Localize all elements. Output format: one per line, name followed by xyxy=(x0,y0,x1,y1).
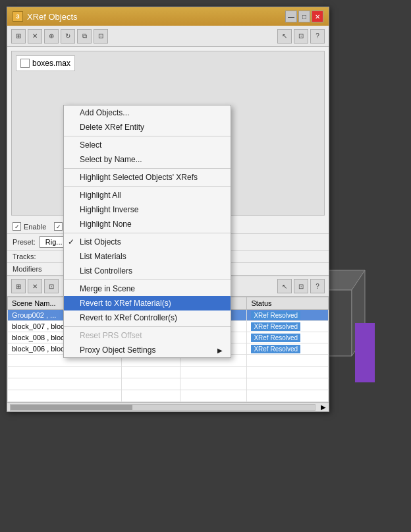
menu-label-revert-controller: Revert to XRef Controller(s) xyxy=(80,313,177,322)
file-item[interactable]: boxes.max xyxy=(16,55,75,71)
empty-cell xyxy=(8,378,122,390)
region-select-button-2[interactable]: ⊡ xyxy=(294,279,308,293)
minimize-button[interactable]: — xyxy=(285,11,297,22)
menu-separator-sep3 xyxy=(64,186,231,187)
menu-separator-sep6 xyxy=(64,326,231,327)
dialog-title: XRef Objects xyxy=(27,12,78,22)
file-name: boxes.max xyxy=(32,59,70,68)
duplicate-button[interactable]: ⧉ xyxy=(77,29,92,44)
open-button[interactable]: ⊞ xyxy=(11,29,26,44)
title-controls: — □ ✕ xyxy=(285,11,323,22)
menu-checkmark: ✓ xyxy=(68,237,74,247)
menu-item-highlight-selected[interactable]: Highlight Selected Objects' XRefs xyxy=(64,170,231,185)
context-menu: Add Objects...Delete XRef EntitySelectSe… xyxy=(63,105,231,358)
purple-object xyxy=(355,323,375,382)
empty-cell xyxy=(180,390,247,402)
menu-item-reset-prs: Reset PRS Offset xyxy=(64,328,231,343)
menu-label-list-objects: List Objects xyxy=(80,237,121,247)
menu-item-delete-xref[interactable]: Delete XRef Entity xyxy=(64,120,231,134)
close-file-button[interactable]: ✕ xyxy=(28,29,42,44)
menu-label-delete-xref: Delete XRef Entity xyxy=(80,123,144,132)
region-select-button[interactable]: ⊡ xyxy=(294,29,308,44)
menu-separator-sep2 xyxy=(64,168,231,169)
scroll-right-arrow[interactable]: ▶ xyxy=(318,403,329,411)
match-checkbox[interactable] xyxy=(54,222,63,231)
empty-cell xyxy=(121,390,180,402)
menu-item-list-controllers[interactable]: List Controllers xyxy=(64,264,231,278)
title-bar-left: 3 XRef Objects xyxy=(13,11,78,22)
close-button[interactable]: ✕ xyxy=(312,11,323,22)
menu-label-select: Select xyxy=(80,140,101,150)
menu-item-list-materials[interactable]: List Materials xyxy=(64,249,231,264)
table-cell-status-0: XRef Resolved xyxy=(247,310,329,321)
menu-separator-sep5 xyxy=(64,280,231,280)
menu-item-proxy-settings[interactable]: Proxy Object Settings▶ xyxy=(64,343,231,357)
empty-cell xyxy=(247,378,329,390)
empty-cell xyxy=(180,378,247,390)
menu-submenu-arrow: ▶ xyxy=(217,347,223,354)
table-row-empty xyxy=(8,378,329,390)
table-cell-status-2: XRef Resolved xyxy=(247,332,329,343)
enable-checkbox[interactable] xyxy=(13,222,21,231)
table-row-empty xyxy=(8,367,329,378)
table-cell-status-1: XRef Resolved xyxy=(247,321,329,332)
scrollbar-row: ▶ xyxy=(7,402,329,411)
menu-label-highlight-none: Highlight None xyxy=(80,220,132,229)
menu-label-proxy-settings: Proxy Object Settings xyxy=(80,345,155,355)
menu-item-highlight-inverse[interactable]: Highlight Inverse xyxy=(64,202,231,217)
menu-item-merge-in-scene[interactable]: Merge in Scene xyxy=(64,281,231,296)
table-row-empty xyxy=(8,390,329,402)
menu-label-highlight-all: Highlight All xyxy=(80,191,121,200)
menu-item-revert-controller[interactable]: Revert to XRef Controller(s) xyxy=(64,310,231,325)
help-button[interactable]: ? xyxy=(310,29,325,44)
empty-cell xyxy=(247,367,329,378)
menu-label-add-objects: Add Objects... xyxy=(80,108,129,117)
empty-cell xyxy=(247,355,329,367)
menu-item-add-objects[interactable]: Add Objects... xyxy=(64,105,231,120)
xref-objects-dialog: 3 XRef Objects — □ ✕ ⊞ ✕ ⊕ ↻ ⧉ ⊡ ↖ ⊡ ? xyxy=(7,7,329,412)
tracks-label: Tracks: xyxy=(13,252,36,260)
empty-cell xyxy=(8,367,122,378)
close-button-2[interactable]: ✕ xyxy=(28,279,42,293)
menu-item-highlight-none[interactable]: Highlight None xyxy=(64,217,231,231)
select-tool-button-2[interactable]: ↖ xyxy=(277,279,292,293)
empty-cell xyxy=(121,367,180,378)
menu-label-list-materials: List Materials xyxy=(80,252,126,261)
menu-item-highlight-all[interactable]: Highlight All xyxy=(64,188,231,202)
menu-label-select-by-name: Select by Name... xyxy=(80,155,142,164)
file-icon xyxy=(20,59,30,68)
menu-label-highlight-selected: Highlight Selected Objects' XRefs xyxy=(80,173,198,182)
add-button[interactable]: ⊕ xyxy=(44,29,59,44)
menu-item-select[interactable]: Select xyxy=(64,138,231,152)
enable-label: Enable xyxy=(24,223,46,231)
empty-cell xyxy=(247,390,329,402)
menu-label-highlight-inverse: Highlight Inverse xyxy=(80,205,138,214)
scrollbar-thumb[interactable] xyxy=(11,405,132,410)
empty-cell xyxy=(180,367,247,378)
settings-button-2[interactable]: ⊡ xyxy=(44,279,59,293)
maximize-button[interactable]: □ xyxy=(298,11,310,22)
menu-item-select-by-name[interactable]: Select by Name... xyxy=(64,152,231,167)
col-status: Status xyxy=(247,297,329,310)
preset-label: Preset: xyxy=(13,238,36,246)
menu-separator-sep4 xyxy=(64,233,231,233)
help-button-2[interactable]: ? xyxy=(310,279,325,293)
scrollbar-track[interactable] xyxy=(10,404,315,411)
menu-separator-sep1 xyxy=(64,136,231,136)
menu-item-list-objects[interactable]: ✓List Objects xyxy=(64,235,231,249)
menu-label-revert-material: Revert to XRef Material(s) xyxy=(80,299,171,308)
title-bar: 3 XRef Objects — □ ✕ xyxy=(7,7,329,26)
app-icon: 3 xyxy=(13,11,23,22)
menu-item-revert-material[interactable]: Revert to XRef Material(s) xyxy=(64,296,231,310)
select-tool-button[interactable]: ↖ xyxy=(277,29,292,44)
empty-cell xyxy=(121,378,180,390)
refresh-button[interactable]: ↻ xyxy=(61,29,75,44)
table-cell-status-3: XRef Resolved xyxy=(247,343,329,355)
menu-label-merge-in-scene: Merge in Scene xyxy=(80,284,135,293)
empty-cell xyxy=(8,390,122,402)
settings-button[interactable]: ⊡ xyxy=(94,29,108,44)
menu-label-reset-prs: Reset PRS Offset xyxy=(80,331,142,340)
open-button-2[interactable]: ⊞ xyxy=(11,279,26,293)
modifiers-label: Modifiers xyxy=(13,265,42,273)
menu-label-list-controllers: List Controllers xyxy=(80,266,132,276)
